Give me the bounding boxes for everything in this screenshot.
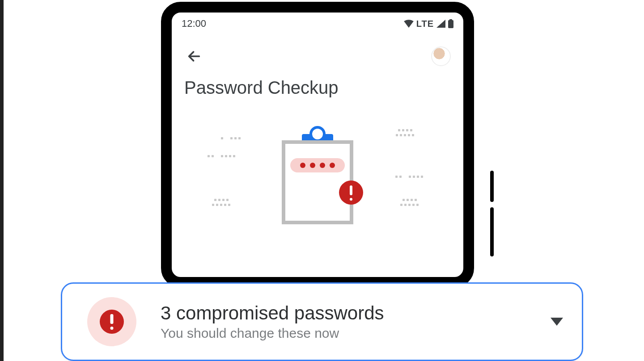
phone-side-button (490, 171, 494, 202)
status-bar: 12:00 LTE (172, 13, 463, 31)
signal-icon (436, 20, 445, 28)
status-right: LTE (404, 19, 453, 29)
alert-text: 3 compromised passwords You should chang… (161, 302, 551, 341)
chevron-down-icon[interactable] (551, 318, 563, 326)
svg-rect-1 (448, 20, 453, 28)
alert-subtitle: You should change these now (161, 326, 551, 341)
password-dots-icon (290, 158, 345, 172)
password-checkup-illustration (172, 119, 463, 235)
back-button[interactable] (184, 46, 204, 66)
wifi-icon (404, 20, 414, 28)
alert-badge-bg (87, 297, 136, 346)
status-time: 12:00 (182, 18, 206, 29)
network-label: LTE (416, 19, 434, 29)
decorative-dots (395, 176, 423, 178)
phone-frame: 12:00 LTE Password Checkup (161, 2, 474, 288)
clipboard-icon (282, 130, 353, 224)
decorative-dots (212, 199, 230, 206)
alert-icon (339, 180, 363, 205)
arrow-left-icon (186, 49, 202, 64)
page-left-border (0, 0, 4, 361)
page-title: Password Checkup (172, 66, 463, 101)
alert-title: 3 compromised passwords (161, 302, 551, 324)
compromised-passwords-card[interactable]: 3 compromised passwords You should chang… (61, 282, 583, 361)
app-bar (172, 31, 463, 66)
decorative-dots (208, 155, 235, 157)
decorative-dots (221, 137, 241, 139)
decorative-dots (396, 129, 414, 136)
alert-icon (100, 310, 124, 334)
battery-icon (448, 19, 453, 28)
decorative-dots (400, 199, 419, 206)
clipboard-board-icon (282, 140, 353, 224)
svg-rect-0 (449, 19, 452, 20)
phone-side-button (490, 207, 494, 256)
profile-avatar[interactable] (431, 46, 451, 66)
